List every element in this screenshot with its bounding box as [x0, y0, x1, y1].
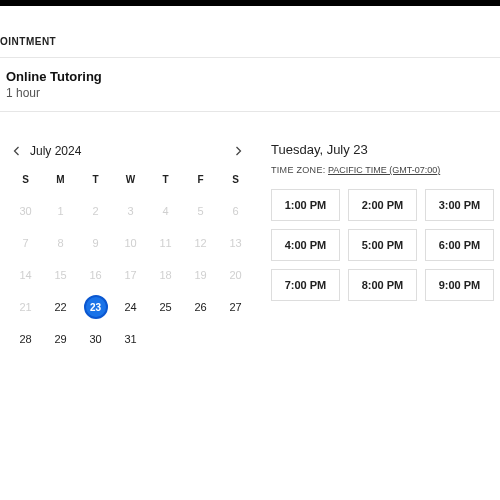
- service-summary: Online Tutoring 1 hour: [0, 58, 500, 111]
- calendar-day: 10: [113, 229, 148, 257]
- calendar-day: 2: [78, 197, 113, 225]
- calendar-dow: F: [183, 170, 218, 193]
- calendar-day[interactable]: 22: [43, 293, 78, 321]
- next-month-button[interactable]: [229, 142, 247, 160]
- chevron-right-icon: [232, 145, 244, 157]
- calendar-dow: W: [113, 170, 148, 193]
- calendar-day[interactable]: 24: [113, 293, 148, 321]
- calendar-dow: M: [43, 170, 78, 193]
- timeslot-button[interactable]: 5:00 PM: [348, 229, 417, 261]
- timeslot-button[interactable]: 8:00 PM: [348, 269, 417, 301]
- service-title: Online Tutoring: [6, 69, 500, 84]
- calendar-day: 13: [218, 229, 253, 257]
- timeslot-button[interactable]: 4:00 PM: [271, 229, 340, 261]
- calendar-day[interactable]: 30: [78, 325, 113, 353]
- calendar-grid: SMTWTFS301234567891011121314151617181920…: [8, 170, 253, 353]
- calendar-day: 6: [218, 197, 253, 225]
- prev-month-button[interactable]: [8, 142, 26, 160]
- calendar-day: 18: [148, 261, 183, 289]
- month-label: July 2024: [30, 144, 81, 158]
- calendar-day: 14: [8, 261, 43, 289]
- calendar-day[interactable]: 29: [43, 325, 78, 353]
- calendar-day: 17: [113, 261, 148, 289]
- calendar-day: 11: [148, 229, 183, 257]
- calendar-day: 3: [113, 197, 148, 225]
- calendar-day: 4: [148, 197, 183, 225]
- calendar-dow: S: [218, 170, 253, 193]
- calendar-day: 1: [43, 197, 78, 225]
- calendar-day: 12: [183, 229, 218, 257]
- timezone-row: TIME ZONE: PACIFIC TIME (GMT-07:00): [271, 165, 494, 175]
- calendar-day: 30: [8, 197, 43, 225]
- timeslot-button[interactable]: 7:00 PM: [271, 269, 340, 301]
- calendar-day: 20: [218, 261, 253, 289]
- calendar-header: July 2024: [8, 140, 253, 170]
- calendar-dow: T: [148, 170, 183, 193]
- calendar-day: [218, 325, 253, 353]
- calendar-day: 5: [183, 197, 218, 225]
- timeslot-button[interactable]: 2:00 PM: [348, 189, 417, 221]
- calendar-day: [183, 325, 218, 353]
- calendar-dow: S: [8, 170, 43, 193]
- divider: [0, 111, 500, 112]
- calendar-day: 19: [183, 261, 218, 289]
- calendar-day: 15: [43, 261, 78, 289]
- timeslot-button[interactable]: 3:00 PM: [425, 189, 494, 221]
- timeslot-button[interactable]: 6:00 PM: [425, 229, 494, 261]
- selected-date-label: Tuesday, July 23: [271, 142, 494, 157]
- calendar-day-selected[interactable]: 23: [78, 293, 113, 321]
- timezone-label: TIME ZONE:: [271, 165, 326, 175]
- calendar-dow: T: [78, 170, 113, 193]
- calendar-day: 16: [78, 261, 113, 289]
- calendar-day: 7: [8, 229, 43, 257]
- calendar-day: 9: [78, 229, 113, 257]
- timeslot-grid: 1:00 PM2:00 PM3:00 PM4:00 PM5:00 PM6:00 …: [271, 189, 494, 301]
- calendar: July 2024 SMTWTFS30123456789101112131415…: [8, 140, 253, 353]
- service-duration: 1 hour: [6, 86, 500, 100]
- calendar-day[interactable]: 25: [148, 293, 183, 321]
- calendar-day[interactable]: 28: [8, 325, 43, 353]
- timeslot-button[interactable]: 9:00 PM: [425, 269, 494, 301]
- chevron-left-icon: [11, 145, 23, 157]
- timezone-button[interactable]: PACIFIC TIME (GMT-07:00): [328, 165, 440, 175]
- section-header: OINTMENT: [0, 6, 500, 57]
- calendar-day[interactable]: 31: [113, 325, 148, 353]
- calendar-day: [148, 325, 183, 353]
- calendar-day: 21: [8, 293, 43, 321]
- timeslot-button[interactable]: 1:00 PM: [271, 189, 340, 221]
- calendar-day[interactable]: 27: [218, 293, 253, 321]
- calendar-day[interactable]: 26: [183, 293, 218, 321]
- time-picker: Tuesday, July 23 TIME ZONE: PACIFIC TIME…: [271, 140, 494, 353]
- calendar-day: 8: [43, 229, 78, 257]
